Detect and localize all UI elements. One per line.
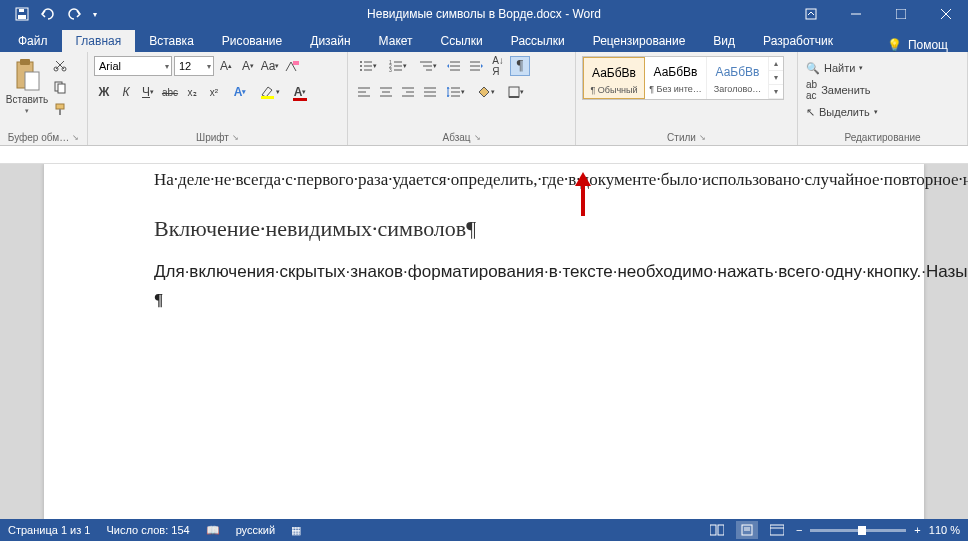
tab-references[interactable]: Ссылки <box>427 30 497 52</box>
font-name-combo[interactable]: Arial▾ <box>94 56 172 76</box>
tab-developer[interactable]: Разработчик <box>749 30 847 52</box>
sort-button[interactable]: А↓Я <box>488 56 508 76</box>
status-language[interactable]: русский <box>236 524 275 536</box>
borders-button[interactable]: ▾ <box>502 82 530 102</box>
svg-point-23 <box>360 69 362 71</box>
tab-home[interactable]: Главная <box>62 30 136 52</box>
maximize-button[interactable] <box>878 0 923 28</box>
cut-button[interactable] <box>51 56 69 74</box>
ruler[interactable] <box>0 146 968 164</box>
style-heading1[interactable]: АаБбВв Заголово… <box>707 57 769 99</box>
strikethrough-button[interactable]: abc <box>160 82 180 102</box>
zoom-level[interactable]: 110 % <box>929 524 960 536</box>
font-color-button[interactable]: A▾ <box>286 82 314 102</box>
tab-insert[interactable]: Вставка <box>135 30 208 52</box>
document-area[interactable]: На·деле·не·всегда·с·первого·раза·удается… <box>0 164 968 519</box>
paste-label: Вставить <box>6 94 48 105</box>
group-paragraph: ▾ 123▾ ▾ А↓Я ¶ ▾ ▾ ▾ Абзац↘ <box>348 52 576 145</box>
cursor-icon: ↖ <box>806 106 815 119</box>
align-left-button[interactable] <box>354 82 374 102</box>
tab-mailings[interactable]: Рассылки <box>497 30 579 52</box>
font-launcher[interactable]: ↘ <box>232 133 239 142</box>
style-no-spacing[interactable]: АаБбВв ¶ Без инте… <box>645 57 707 99</box>
paste-button[interactable]: Вставить ▾ <box>6 56 48 117</box>
quick-access-toolbar: ▾ <box>0 3 102 25</box>
ribbon: Вставить ▾ Буфер обм…↘ Arial▾ 12▾ A▴ A▾ … <box>0 52 968 146</box>
clear-format-button[interactable] <box>282 56 302 76</box>
show-hide-marks-button[interactable]: ¶ <box>510 56 530 76</box>
format-painter-button[interactable] <box>51 100 69 118</box>
underline-button[interactable]: Ч▾ <box>138 82 158 102</box>
qat-customize-button[interactable]: ▾ <box>88 3 102 25</box>
view-read-button[interactable] <box>706 521 728 539</box>
styles-launcher[interactable]: ↘ <box>699 133 706 142</box>
view-web-button[interactable] <box>766 521 788 539</box>
doc-heading-1[interactable]: Включение·невидимых·символов¶ <box>154 216 814 242</box>
view-print-button[interactable] <box>736 521 758 539</box>
zoom-slider[interactable] <box>810 529 906 532</box>
font-size-combo[interactable]: 12▾ <box>174 56 214 76</box>
group-styles: АаБбВв ¶ Обычный АаБбВв ¶ Без инте… АаБб… <box>576 52 798 145</box>
ribbon-options-button[interactable] <box>788 0 833 28</box>
doc-paragraph-1[interactable]: На·деле·не·всегда·с·первого·раза·удается… <box>154 168 814 192</box>
status-words[interactable]: Число слов: 154 <box>106 524 189 536</box>
shrink-font-button[interactable]: A▾ <box>238 56 258 76</box>
bold-button[interactable]: Ж <box>94 82 114 102</box>
paragraph-launcher[interactable]: ↘ <box>474 133 481 142</box>
grow-font-button[interactable]: A▴ <box>216 56 236 76</box>
group-paragraph-label: Абзац <box>442 132 470 143</box>
copy-button[interactable] <box>51 78 69 96</box>
tab-design[interactable]: Дизайн <box>296 30 364 52</box>
find-button[interactable]: 🔍Найти▾ <box>804 58 865 78</box>
decrease-indent-button[interactable] <box>444 56 464 76</box>
close-button[interactable] <box>923 0 968 28</box>
highlight-button[interactable]: ▾ <box>256 82 284 102</box>
select-button[interactable]: ↖Выделить▾ <box>804 102 880 122</box>
replace-button[interactable]: abacЗаменить <box>804 80 873 100</box>
align-right-button[interactable] <box>398 82 418 102</box>
clipboard-launcher[interactable]: ↘ <box>72 133 79 142</box>
align-center-button[interactable] <box>376 82 396 102</box>
superscript-button[interactable]: x² <box>204 82 224 102</box>
zoom-in-button[interactable]: + <box>914 524 920 536</box>
increase-indent-button[interactable] <box>466 56 486 76</box>
minimize-button[interactable] <box>833 0 878 28</box>
tab-review[interactable]: Рецензирование <box>579 30 700 52</box>
tab-view[interactable]: Вид <box>699 30 749 52</box>
style-normal[interactable]: АаБбВв ¶ Обычный <box>583 57 645 99</box>
tell-me-label[interactable]: Помощ <box>908 38 948 52</box>
doc-paragraph-2[interactable]: Для·включения·скрытых·знаков·форматирова… <box>154 260 814 284</box>
svg-point-21 <box>360 65 362 67</box>
tab-draw[interactable]: Рисование <box>208 30 296 52</box>
status-page[interactable]: Страница 1 из 1 <box>8 524 90 536</box>
shading-button[interactable]: ▾ <box>472 82 500 102</box>
status-macro-icon[interactable]: ▦ <box>291 524 301 537</box>
status-spellcheck-icon[interactable]: 📖 <box>206 524 220 537</box>
svg-rect-62 <box>770 525 784 535</box>
justify-button[interactable] <box>420 82 440 102</box>
styles-expand[interactable]: ▾ <box>769 85 783 99</box>
styles-scroll-down[interactable]: ▾ <box>769 71 783 85</box>
multilevel-button[interactable]: ▾ <box>414 56 442 76</box>
svg-rect-5 <box>896 9 906 19</box>
redo-button[interactable] <box>62 3 86 25</box>
text-effects-button[interactable]: A▾ <box>226 82 254 102</box>
change-case-button[interactable]: Aa▾ <box>260 56 280 76</box>
doc-paragraph-3[interactable]: ¶ <box>154 288 814 312</box>
numbering-button[interactable]: 123▾ <box>384 56 412 76</box>
save-button[interactable] <box>10 3 34 25</box>
tell-me-icon[interactable]: 💡 <box>887 38 902 52</box>
italic-button[interactable]: К <box>116 82 136 102</box>
ribbon-tabs: Файл Главная Вставка Рисование Дизайн Ма… <box>0 28 968 52</box>
bullets-button[interactable]: ▾ <box>354 56 382 76</box>
svg-rect-3 <box>806 9 816 19</box>
zoom-out-button[interactable]: − <box>796 524 802 536</box>
tab-layout[interactable]: Макет <box>365 30 427 52</box>
subscript-button[interactable]: x₂ <box>182 82 202 102</box>
tab-file[interactable]: Файл <box>4 30 62 52</box>
undo-button[interactable] <box>36 3 60 25</box>
line-spacing-button[interactable]: ▾ <box>442 82 470 102</box>
svg-rect-55 <box>509 87 519 97</box>
styles-scroll-up[interactable]: ▴ <box>769 57 783 71</box>
svg-rect-1 <box>18 15 26 19</box>
